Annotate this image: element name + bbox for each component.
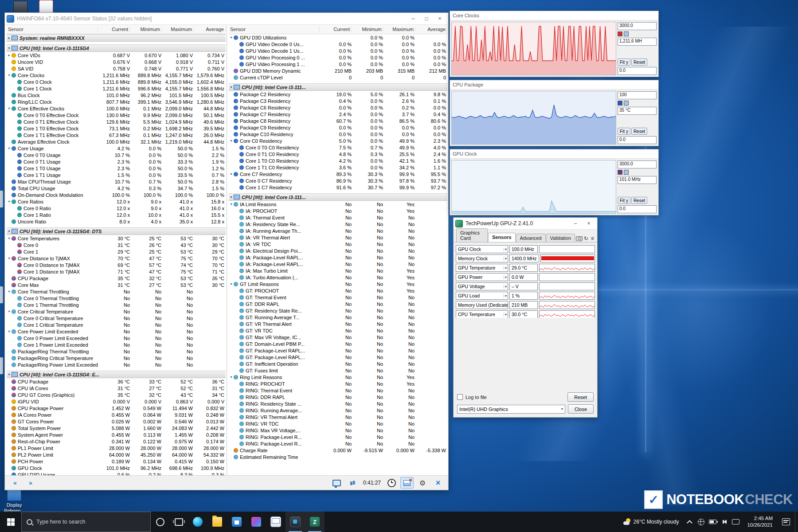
sensor-section-header[interactable]: ▾CPU [#0]: Intel Core i3-1115G4 [7,44,226,52]
expand-toggle[interactable]: ▾ [7,105,12,112]
sensor-select[interactable]: GPU Temperature▾ [456,264,508,272]
sensor-row[interactable]: IA: Package-Level RAPL...NoNoNo [229,254,447,261]
menu-icon[interactable]: ≡ [590,235,595,242]
clock-button[interactable] [385,477,398,489]
sensor-row[interactable]: Bus Clock101.0 MHz96.2 MHz101.5 MHz100.5… [7,92,226,98]
tray-overflow-button[interactable] [684,515,695,528]
fit-y-button[interactable]: Fit y [618,197,630,204]
sensor-row[interactable]: GPU Video Decode 0 Us...0.0 %0.0 %0.0 %0… [229,41,447,47]
sensor-row[interactable]: GT: Package-Level RAPL...NoNoNo [229,347,447,354]
nav-last-button[interactable]: » [24,477,37,489]
sensor-row[interactable]: ▾Core Effective Clocks100.0 MHz0.1 MHz2,… [7,105,226,112]
sensor-row[interactable]: RING: DDR RAPLNoNoNo [229,394,447,400]
sensor-row[interactable]: Core 0 C7 Residency86.9 %30.3 %97.8 %93.… [229,177,447,184]
sensor-row[interactable]: ▾Core Usage4.2 %0.0 %50.0 %1.5 % [7,145,226,152]
header-maximum[interactable]: Maximum [162,27,194,32]
sensor-row[interactable]: RING: Package-Level R...NoNoNo [229,440,447,447]
tab-sensors[interactable]: Sensors [488,233,515,242]
device-select[interactable]: Intel(R) UHD Graphics ▾ [457,405,565,414]
sensor-row[interactable]: Max CPU/Thread Usage10.7 %0.7 %50.0 %2.8… [7,178,226,185]
sensor-row[interactable]: Core 1 T0 Usage2.3 %0.0 %50.0 %1.2 % [7,165,226,172]
expand-toggle[interactable]: ▾ [229,201,234,207]
header-sensor[interactable]: Sensor [7,27,98,32]
task-view-button[interactable] [169,512,188,532]
sensor-row[interactable]: Package C10 Residency0.0 %0.0 %0.0 %0.0 … [229,131,447,137]
sensor-row[interactable]: Core 1 Power Limit ExceededNoNoNo [7,341,226,348]
sensor-row[interactable]: CPU GT Cores (Graphics)35 °C32 °C43 °C34… [7,391,226,398]
graph-title[interactable]: GPU Clock [450,149,658,159]
sensor-row[interactable]: GT: Max VR Voltage, IC...NoNoNo [229,334,447,340]
sensor-row[interactable]: IA: Thermal EventNoNoNo [229,214,447,221]
header-maximum[interactable]: Maximum [383,27,415,32]
reset-button[interactable]: Reset [567,392,594,402]
sensor-row[interactable]: ▾Core C0 Residency5.0 %0.0 %49.9 %2.3 % [229,137,447,144]
sensor-row[interactable]: Core 1 C7 Residency91.6 %30.7 %99.9 %97.… [229,184,447,191]
sensor-row[interactable]: ▾Core C7 Residency89.3 %30.3 %99.9 %95.5… [229,171,447,177]
y-max-input[interactable]: 3000.0 [618,22,657,30]
sensor-select[interactable]: GPU Clock▾ [456,245,508,253]
sensor-row[interactable]: Current cTDP Level0000 [229,74,447,81]
taskbar-app-edge[interactable] [188,512,207,532]
sensor-row[interactable]: Core 0 T1 Effective Clock129.6 MHz5.5 MH… [7,118,226,125]
expand-toggle[interactable]: ▾ [7,288,12,295]
fit-y-button[interactable]: Fit y [618,59,630,66]
sensor-row[interactable]: RING: Max VR Voltage,...NoNoNo [229,427,447,434]
sensor-row[interactable]: GPU D3D Usage0.6 %0.2 %8.3 %0.3 % [7,471,226,475]
sensor-row[interactable]: Package C7 Residency2.4 %0.0 %3.7 %0.4 % [229,111,447,117]
sensor-row[interactable]: Estimated Remaining Time [229,454,447,460]
header-minimum[interactable]: Minimum [130,27,162,32]
sensor-row[interactable]: ▾Core Critical TemperatureNoNoNo [7,308,226,315]
graph-title[interactable]: Core Clocks [450,11,658,20]
sensor-row[interactable]: Core 031 °C26 °C43 °C30 °C [7,242,226,248]
taskbar-app-file-explorer[interactable] [207,512,227,532]
expand-toggle[interactable]: ▾ [229,194,234,200]
sensor-section-header[interactable]: ▾CPU [#0]: Intel Core i3-111... [229,193,447,201]
y-min-input[interactable]: 0.0 [618,136,657,144]
camera-icon[interactable] [576,235,583,242]
sensor-row[interactable]: ▾Core Temperatures30 °C25 °C53 °C30 °C [7,235,226,242]
expand-toggle[interactable]: ▾ [229,137,234,144]
sensor-section-header[interactable]: ▾CPU [#0]: Intel Core i3-111... [229,83,447,91]
sensor-row[interactable]: IA: Residency State Re...NoNoNo [229,221,447,227]
sensor-section-header[interactable]: ▾CPU [#0]: Intel Core i3-1115G4: E... [7,371,226,378]
sensor-row[interactable]: GPU D3D Memory Dynamic210 MB203 MB315 MB… [229,67,447,74]
sensor-row[interactable]: Core 1 Distance to TjMAX71 °C47 °C75 °C7… [7,268,226,275]
battery-button[interactable] [707,515,718,528]
y-max-input[interactable]: 100 [618,91,657,99]
fit-y-button[interactable]: Fit y [618,128,630,135]
sensor-row[interactable]: RING: Running Average...NoNoNo [229,407,447,414]
header-average[interactable]: Average [194,27,226,32]
sensor-row[interactable]: System Agent Power0.455 W0.113 W1.455 W0… [7,431,226,438]
sensor-row[interactable]: Core 1 T1 C0 Residency3.6 %0.0 %34.2 %1.… [229,164,447,171]
sensor-row[interactable]: RING: VR Thermal AlertNoNoNo [229,414,447,420]
sensor-row[interactable]: Core 0 T1 C0 Residency4.8 %0.3 %25.5 %2.… [229,151,447,157]
sensor-row[interactable]: IA: Turbo Attenuation (...NoNoYes [229,274,447,281]
sensor-row[interactable]: Core 1 T0 C0 Residency4.2 %0.0 %42.1 %1.… [229,157,447,164]
sensor-row[interactable]: Core 1 T1 Effective Clock67.3 MHz0.1 MHz… [7,132,226,138]
sensor-row[interactable]: RING: Package-Level R...NoNoNo [229,434,447,440]
sensor-row[interactable]: Core 1 Thermal ThrottlingNoNoNo [7,301,226,308]
refresh-icon[interactable]: ↻ [583,235,589,242]
sensor-row[interactable]: Package C6 Residency0.0 %0.0 %0.2 %0.0 % [229,104,447,111]
sensor-row[interactable]: GT: VR Thermal AlertNoNoNo [229,321,447,327]
reset-button[interactable]: Reset [631,59,647,66]
sensor-row[interactable]: iGPU VID0.000 V0.000 V0.863 V0.000 V [7,398,226,405]
log-to-file-checkbox[interactable] [457,394,463,400]
sensor-row[interactable]: ▾Core Ratios12.0 x9.0 x41.0 x15.8 x [7,198,226,205]
logging-stop-button[interactable] [400,477,414,489]
sensor-select[interactable]: GPU Voltage▾ [456,282,508,290]
expand-toggle[interactable]: ▾ [229,84,234,90]
sensor-row[interactable]: GT: Fuses limitNoNoNo [229,367,447,374]
sensor-row[interactable]: Package/Ring Thermal ThrottlingNoNoNo [7,348,226,355]
sensor-row[interactable]: ▾Core Power Limit ExceededNoNoNo [7,328,226,335]
sensor-row[interactable]: SA VID0.758 V0.748 V0.771 V0.760 V [7,65,226,72]
nav-first-button[interactable]: « [8,477,22,489]
sensor-row[interactable]: Average Effective Clock100.0 MHz32.1 MHz… [7,138,226,145]
sensor-row[interactable]: Core 129 °C25 °C53 °C29 °C [7,248,226,255]
sensor-row[interactable]: GT: PROCHOTNoNoYes [229,287,447,294]
sensor-row[interactable]: IA: Electrical Design Poi...NoNoNo [229,247,447,254]
monitor-button[interactable] [330,477,344,489]
sensor-row[interactable]: Package C2 Residency19.0 %5.0 %26.1 %9.8… [229,91,447,98]
sensor-row[interactable]: Ring/LLC Clock807.7 MHz399.1 MHz3,546.9 … [7,98,226,105]
sensor-row[interactable]: PL2 Power Limit64.000 W45.250 W64.000 W5… [7,451,226,458]
